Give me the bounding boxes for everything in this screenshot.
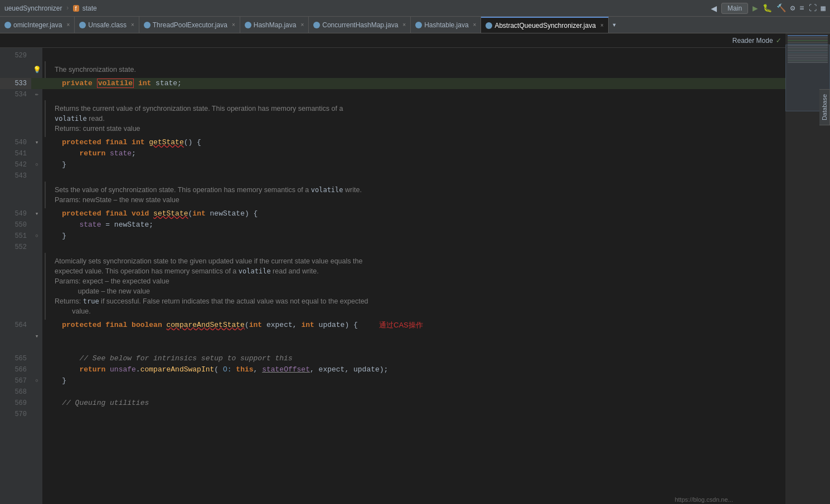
- tab-label-threadpool: ThreadPoolExecutor.java: [153, 21, 227, 29]
- back-icon[interactable]: ◀: [711, 2, 717, 14]
- bulb-icon-1[interactable]: 💡: [33, 66, 41, 74]
- tab-label-hashmap: HashMap.java: [254, 21, 297, 29]
- gico-551: ○: [31, 231, 42, 242]
- line-564: 564 ▾ protected final boolean compareAnd…: [0, 320, 785, 353]
- tab-icon-unsafe: [79, 22, 86, 28]
- expand-icon[interactable]: ⛶: [809, 4, 817, 13]
- doc3-line2: Params: newState – the new state value: [55, 195, 774, 205]
- tab-close-hashtable[interactable]: ×: [473, 22, 477, 28]
- tab-close-threadpool[interactable]: ×: [232, 22, 235, 28]
- gico-565: [31, 353, 42, 364]
- minimap-line-2: [788, 38, 828, 40]
- gico-541: [31, 148, 42, 159]
- top-bar-actions: ◀ Main ▶ 🐛 🔨 ⚙ ≡ ⛶ ▦: [711, 2, 826, 14]
- gico-570: [31, 409, 42, 420]
- fold-icon-567[interactable]: ○: [35, 375, 38, 386]
- linenum-534: 534: [0, 89, 31, 100]
- code-543: [42, 170, 785, 182]
- code-567: }: [42, 375, 785, 386]
- more-icon[interactable]: ≡: [799, 4, 804, 13]
- linenum-542: 542: [0, 159, 31, 170]
- doc1-content: The synchronization state.: [45, 61, 785, 78]
- main-dropdown[interactable]: Main: [721, 3, 748, 14]
- reader-mode-checkmark[interactable]: ✓: [776, 36, 781, 45]
- gico-549: ▾: [31, 208, 42, 219]
- linenum-565: 565: [0, 353, 31, 364]
- tab-hashtable[interactable]: Hashtable.java ×: [411, 17, 481, 33]
- doc1-text: The synchronization state.: [55, 66, 136, 74]
- line-533: 533 private volatile int state;: [0, 78, 785, 89]
- line-568: 568: [0, 386, 785, 398]
- gico-567: ○: [31, 375, 42, 386]
- layout-icon[interactable]: ▦: [821, 3, 826, 13]
- code-552: [42, 242, 785, 253]
- cn-comment-cas: 通过CAS操作: [379, 320, 423, 331]
- line-543: 543: [0, 170, 785, 182]
- coverage-icon[interactable]: ⚙: [790, 3, 795, 13]
- tab-icon-hashtable: [415, 22, 422, 28]
- doc3-line1: Sets the value of synchronization state.…: [55, 185, 774, 195]
- fold-icon-549[interactable]: ▾: [35, 208, 39, 219]
- minimap-line-hl1: [788, 35, 828, 36]
- line-566: 566 return unsafe.compareAndSwapInt( O: …: [0, 364, 785, 375]
- line-541: 541 return state;: [0, 148, 785, 159]
- database-tab[interactable]: Database: [819, 89, 830, 125]
- tab-overflow-btn[interactable]: ▾: [609, 17, 620, 33]
- tab-label-aqs: AbstractQueuedSynchronizer.java: [494, 22, 595, 30]
- line-534: 534 ✏: [0, 89, 785, 100]
- doc-block-1: 💡 The synchronization state.: [0, 61, 785, 78]
- linenum-570: 570: [0, 409, 31, 420]
- doc3-lnum: [0, 182, 31, 208]
- tab-icon-threadpool: [144, 22, 151, 28]
- doc-block-3: Sets the value of synchronization state.…: [0, 182, 785, 208]
- gico-552: [31, 242, 42, 253]
- code-566: return unsafe.compareAndSwapInt( O: this…: [42, 364, 785, 375]
- breadcrumb-f-icon: f: [73, 5, 79, 12]
- tab-icon-concurrent: [313, 22, 320, 28]
- tab-aqs[interactable]: AbstractQueuedSynchronizer.java ×: [481, 17, 608, 33]
- fold-icon-540[interactable]: ▾: [35, 137, 39, 148]
- code-570: [42, 409, 785, 420]
- doc-block-2: Returns the current value of synchroniza…: [0, 100, 785, 137]
- doc3-content: Sets the value of synchronization state.…: [45, 182, 785, 208]
- tab-close-aqs[interactable]: ×: [600, 22, 604, 28]
- linenum-540: 540: [0, 137, 31, 148]
- tab-concurrent-hashmap[interactable]: ConcurrentHashMap.java ×: [309, 17, 411, 33]
- doc4-line1: Atomically sets synchronization state to…: [55, 256, 774, 266]
- edit-icon-534[interactable]: ✏: [35, 89, 38, 100]
- line-550: 550 state = newState;: [0, 219, 785, 231]
- tab-hashmap[interactable]: HashMap.java ×: [240, 17, 309, 33]
- linenum-533: 533: [0, 78, 31, 89]
- tab-close-hashmap[interactable]: ×: [300, 22, 304, 28]
- tab-bar: omicInteger.java × Unsafe.class × Thread…: [0, 17, 830, 33]
- fold-icon-564[interactable]: ▾: [35, 331, 39, 342]
- doc4-line2: expected value. This operation has memor…: [55, 266, 774, 276]
- breadcrumb-synchronizer: ueuedSynchronizer: [4, 4, 62, 12]
- bug-icon[interactable]: 🐛: [763, 3, 772, 13]
- fold-icon-542[interactable]: ○: [35, 159, 38, 170]
- tab-close-atomic[interactable]: ×: [66, 22, 70, 28]
- run-button[interactable]: ▶: [753, 3, 758, 14]
- code-549: protected final void setState(int newSta…: [42, 208, 785, 219]
- tab-unsafe[interactable]: Unsafe.class ×: [75, 17, 139, 33]
- editor-content-overlay[interactable]: 529 💡 The synchronization state. 533 pri…: [0, 50, 785, 504]
- gico-568: [31, 386, 42, 398]
- line-551: 551 ○ }: [0, 231, 785, 242]
- tab-icon-aqs: [486, 22, 492, 29]
- tab-close-concurrent[interactable]: ×: [402, 22, 406, 28]
- build-icon[interactable]: 🔨: [776, 3, 786, 13]
- doc4-line3: Params: expect – the expected value: [55, 276, 774, 286]
- right-panel: Database: [785, 33, 830, 504]
- fold-icon-551[interactable]: ○: [35, 231, 38, 242]
- doc2-lnum: [0, 100, 31, 137]
- tab-close-unsafe[interactable]: ×: [131, 22, 134, 28]
- linenum-551: 551: [0, 231, 31, 242]
- linenum-543: 543: [0, 170, 31, 182]
- minimap-line-3: [788, 40, 828, 41]
- gico-564: ▾: [31, 320, 42, 353]
- linenum-541: 541: [0, 148, 31, 159]
- tab-threadpool[interactable]: ThreadPoolExecutor.java ×: [139, 17, 240, 33]
- gico-569: [31, 398, 42, 409]
- tab-atomic-integer[interactable]: omicInteger.java ×: [0, 17, 75, 33]
- linenum-569: 569: [0, 398, 31, 409]
